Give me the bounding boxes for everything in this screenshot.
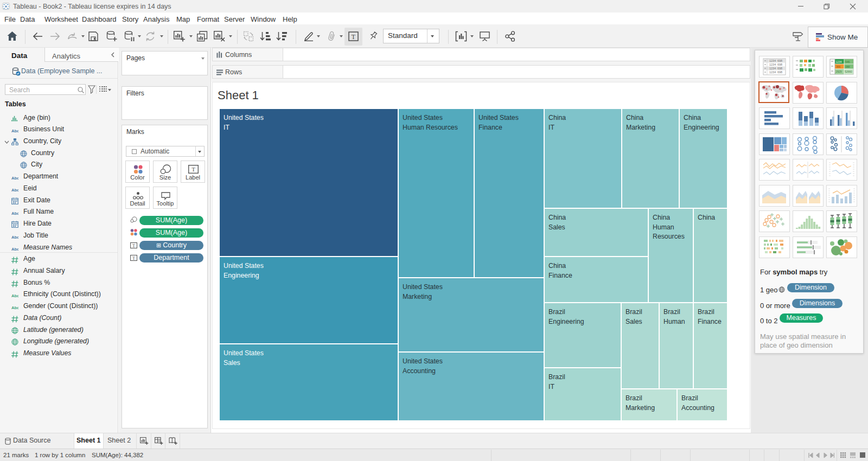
- svg-text:Abc: Abc: [11, 293, 18, 298]
- svg-text:366: 366: [836, 65, 841, 68]
- svg-text:Abc: Abc: [11, 211, 18, 216]
- svg-text:698: 698: [777, 63, 782, 66]
- svg-text:698: 698: [777, 59, 782, 62]
- svg-text:698: 698: [777, 71, 782, 74]
- svg-text:1234: 1234: [836, 60, 842, 63]
- svg-text:Abc: Abc: [11, 188, 18, 193]
- svg-text:T: T: [132, 256, 135, 261]
- svg-text:698: 698: [777, 67, 782, 70]
- svg-text:T: T: [192, 166, 195, 172]
- svg-text:Abc: Abc: [11, 246, 18, 251]
- svg-text:Abc: Abc: [11, 129, 18, 133]
- svg-text:1234: 1234: [769, 71, 776, 74]
- svg-text:Abc: Abc: [11, 235, 18, 240]
- svg-text:1234: 1234: [769, 67, 776, 70]
- svg-text:088: 088: [845, 65, 850, 68]
- svg-text:T: T: [352, 33, 356, 41]
- svg-text:1234: 1234: [769, 59, 776, 62]
- svg-text:2929: 2929: [836, 70, 842, 73]
- svg-text:Abc: Abc: [11, 176, 18, 181]
- svg-text:52660: 52660: [845, 70, 852, 73]
- svg-text:1234: 1234: [769, 63, 776, 66]
- svg-text:T: T: [132, 244, 135, 248]
- svg-text:546: 546: [845, 60, 850, 63]
- svg-text:Abc: Abc: [11, 305, 18, 310]
